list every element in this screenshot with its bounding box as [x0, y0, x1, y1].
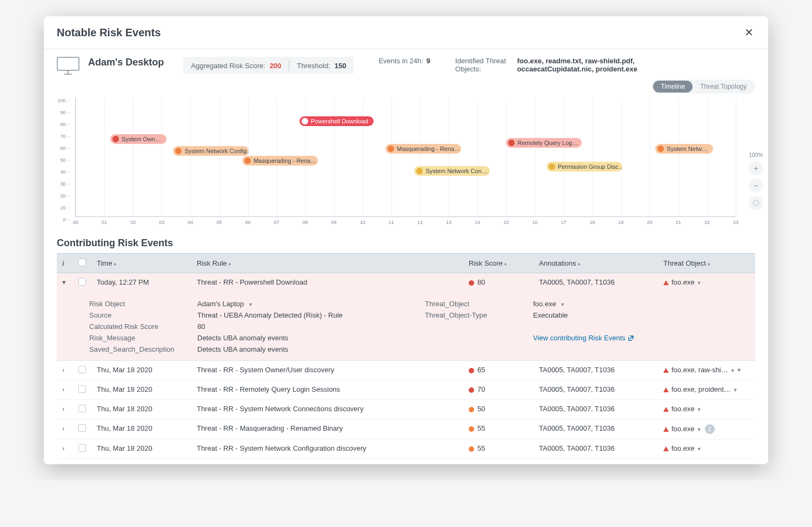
timeline-event-pill[interactable]: Remotely Query Log…: [506, 138, 582, 148]
threat-dropdown[interactable]: ▼: [730, 368, 735, 373]
timeline-event-pill[interactable]: Masquerading - Rena…: [385, 144, 461, 154]
tab-threat-topology[interactable]: Threat Topology: [693, 81, 754, 93]
timeline-event-pill[interactable]: Permission Group Disc…: [547, 162, 622, 172]
grid-line: [477, 98, 478, 216]
zoom-in-button[interactable]: +: [749, 161, 763, 175]
view-contributing-link[interactable]: View contributing Risk Events: [533, 334, 634, 342]
detail-key: Saved_Search_Description: [89, 345, 187, 353]
timeline-event-pill[interactable]: System Network Config…: [173, 146, 249, 156]
x-tick: 01: [102, 220, 107, 225]
row-checkbox[interactable]: [78, 278, 86, 286]
event-dot-icon: [112, 136, 119, 142]
page-title: Notable Risk Events: [57, 27, 161, 39]
cell-score: 55: [463, 439, 534, 459]
event-dot-icon: [244, 157, 251, 164]
event-label: Powershell Download: [311, 118, 368, 124]
threat-dropdown[interactable]: ▼: [733, 387, 738, 393]
timeline-event-pill[interactable]: System Netw…: [655, 144, 713, 154]
grid-line: [104, 98, 105, 216]
table-row: ▾Today, 12:27 PMThreat - RR - Powershell…: [57, 273, 755, 293]
table-title: Contributing Risk Events: [44, 233, 768, 253]
table-row: ›Thu, Mar 18 2020Threat - RR - System Ow…: [57, 361, 755, 380]
cell-time: Thu, Mar 18 2020: [91, 400, 191, 419]
expand-toggle[interactable]: ›: [62, 366, 64, 374]
row-checkbox[interactable]: [78, 444, 86, 452]
modal-header: Notable Risk Events ✕: [44, 16, 768, 49]
expand-toggle[interactable]: ›: [62, 405, 64, 413]
timeline-event-pill[interactable]: System Network Con…: [414, 166, 490, 176]
sort-icon: ♦: [229, 261, 231, 267]
grid-line: [334, 98, 335, 216]
cell-threat: foo.exe▼: [658, 273, 755, 293]
col-annot[interactable]: Annotations♦: [534, 254, 658, 273]
x-tick: 13: [446, 220, 451, 225]
summary-bar: Adam's Desktop Aggregated Risk Score: 20…: [44, 49, 768, 80]
expand-toggle[interactable]: ›: [62, 424, 64, 432]
cell-rule: Threat - RR - System Network Connections…: [191, 400, 463, 419]
threat-triangle-icon: [663, 407, 669, 412]
x-tick: 23: [733, 220, 738, 225]
cell-annot: TA0005, TA0007, T1036: [534, 273, 658, 293]
detail-value: Detects UBA anomaly events: [197, 334, 414, 342]
sort-icon: ♦: [708, 261, 710, 267]
sort-icon: ♦: [578, 261, 581, 267]
grid-line: [76, 98, 76, 216]
x-tick: 06: [245, 220, 251, 225]
row-checkbox[interactable]: [78, 366, 86, 373]
timeline-event-pill[interactable]: System Own…: [110, 134, 167, 144]
select-all-checkbox[interactable]: [78, 259, 86, 266]
threat-dropdown[interactable]: ▼: [697, 446, 702, 452]
grid-line: [420, 98, 421, 216]
event-dot-icon: [175, 148, 182, 154]
col-score[interactable]: Risk Score♦: [463, 254, 534, 273]
detail-key: Risk Object: [89, 300, 187, 308]
threat-dropdown[interactable]: ▼: [697, 427, 702, 432]
events-label: Events in 24h:: [378, 57, 423, 65]
cell-score: 65: [463, 361, 534, 380]
expand-toggle[interactable]: ▾: [62, 278, 66, 286]
cell-threat: foo.exe▼: [658, 400, 755, 419]
expand-toggle[interactable]: ›: [62, 385, 64, 393]
cell-score: 55: [463, 419, 534, 439]
events-table: i Time♦ Risk Rule♦ Risk Score♦ Annotatio…: [57, 253, 755, 459]
expand-toggle[interactable]: ›: [62, 444, 64, 452]
score-box: Aggregated Risk Score: 200 Threshold: 15…: [183, 57, 354, 74]
cell-time: Thu, Mar 18 2020: [91, 380, 191, 400]
threat-object-dropdown[interactable]: foo.exe ▼: [533, 300, 750, 308]
col-rule[interactable]: Risk Rule♦: [191, 254, 463, 273]
zoom-reset-button[interactable]: [749, 196, 763, 210]
cell-rule: Threat - RR - Masquerading - Renamed Bin…: [191, 419, 463, 439]
detail-key: Threat_Object-Type: [425, 311, 522, 319]
row-checkbox[interactable]: [78, 424, 86, 432]
threat-dropdown[interactable]: ▼: [697, 407, 702, 412]
event-label: System Network Con…: [425, 168, 487, 174]
cell-rule: Threat - RR - System Owner/User discover…: [191, 361, 463, 380]
x-tick: 21: [676, 220, 681, 225]
col-threat[interactable]: Threat Object♦: [658, 254, 755, 273]
threat-dropdown[interactable]: ▼: [697, 280, 702, 286]
sort-icon: ♦: [504, 261, 507, 267]
x-tick: 17: [561, 220, 566, 225]
col-time[interactable]: Time♦: [91, 254, 191, 273]
row-checkbox[interactable]: [78, 405, 86, 412]
x-tick: 05: [216, 220, 222, 225]
events-value: 9: [427, 57, 430, 65]
grid-line: [650, 98, 650, 216]
timeline-event-pill[interactable]: Masquerading - Rena…: [242, 156, 318, 166]
close-button[interactable]: ✕: [742, 26, 755, 39]
zoom-out-button[interactable]: −: [749, 179, 763, 193]
cell-time: Thu, Mar 18 2020: [91, 419, 191, 439]
info-icon: i: [62, 259, 64, 267]
risk-dot-icon: [469, 426, 474, 432]
timeline-event-pill[interactable]: Powershell Download: [299, 116, 374, 126]
risk-object-dropdown[interactable]: Adam's Laptop ▼: [197, 300, 414, 308]
row-checkbox[interactable]: [78, 385, 86, 393]
tab-timeline[interactable]: Timeline: [653, 81, 693, 93]
cell-annot: TA0005, TA0007, T1036: [534, 439, 658, 459]
event-dot-icon: [416, 168, 423, 174]
grid-line: [707, 98, 708, 216]
risk-dot-icon: [469, 280, 474, 286]
event-dot-icon: [388, 146, 394, 152]
x-tick: 09: [331, 220, 337, 225]
grid-line: [391, 98, 392, 216]
